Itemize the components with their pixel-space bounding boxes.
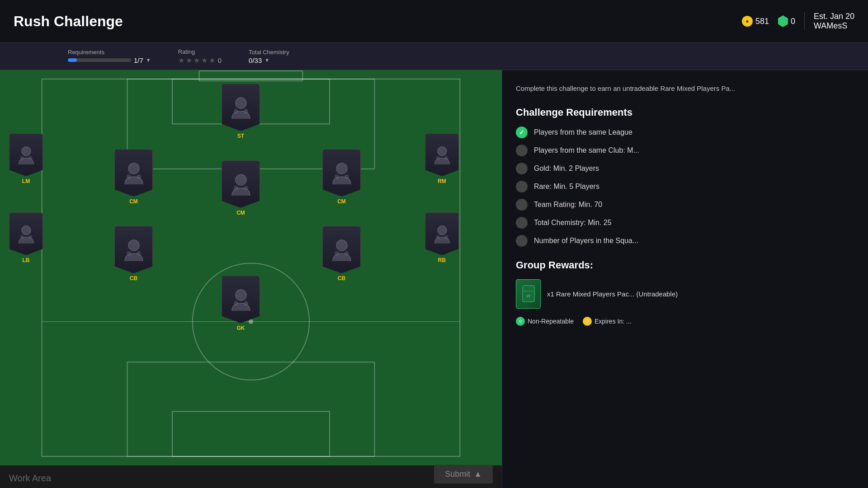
reward-pack-icon: //7 (516, 279, 541, 309)
player-cm1[interactable]: CM (114, 149, 153, 205)
coins-display: ● 581 (742, 16, 769, 27)
player-icon-cm2 (227, 171, 255, 198)
req-text-1: Players from the same League (534, 128, 632, 136)
svg-point-16 (127, 174, 131, 179)
submit-button[interactable]: Submit ▲ (434, 465, 493, 483)
position-label-lm: LM (22, 178, 30, 184)
shield-icon (778, 15, 788, 27)
svg-point-30 (128, 240, 139, 251)
coins-value: 581 (755, 17, 769, 26)
chemistry-dropdown-icon[interactable]: ▼ (264, 57, 269, 63)
svg-rect-6 (172, 412, 330, 456)
position-label-cm3: CM (337, 198, 346, 205)
requirements-dropdown-icon[interactable]: ▼ (146, 57, 151, 63)
player-lm[interactable]: LM (9, 133, 43, 184)
req-item-7: Number of Players in the Squa... (516, 235, 854, 247)
chemistry-count: 0/33 (249, 56, 262, 64)
req-item-5: Team Rating: Min. 70 (516, 199, 854, 211)
rating-section: Rating ★ ★ ★ ★ ★ 0 (178, 48, 222, 65)
expires-badge: ⏱ Expires In: ... (583, 317, 632, 326)
non-repeatable-icon: ⊘ (516, 317, 525, 326)
svg-point-36 (438, 225, 447, 235)
player-icon-cb2 (328, 236, 355, 263)
svg-point-31 (127, 251, 131, 256)
player-icon-lb (15, 223, 38, 245)
svg-point-33 (336, 240, 347, 251)
svg-point-14 (28, 156, 32, 160)
points-value: 0 (791, 17, 795, 26)
chemistry-section: Total Chemistry 0/33 ▼ (249, 49, 289, 64)
req-icon-1 (516, 127, 528, 138)
player-gk[interactable]: GK (222, 276, 260, 331)
req-icon-7 (516, 235, 528, 247)
svg-point-23 (344, 174, 349, 179)
svg-point-34 (335, 251, 339, 256)
expires-icon: ⏱ (583, 317, 592, 326)
player-icon-lm (15, 144, 38, 166)
submit-chevron-icon: ▲ (474, 469, 482, 479)
chemistry-label: Total Chemistry (249, 49, 289, 56)
points-display: 0 (778, 15, 795, 27)
req-text-2: Players from the same Club: M... (534, 146, 639, 155)
reward-item-1: //7 x1 Rare Mixed Players Pac... (Untrad… (516, 279, 854, 309)
svg-point-35 (344, 251, 349, 256)
challenge-requirements-title: Challenge Requirements (516, 107, 854, 118)
svg-point-32 (137, 251, 141, 256)
pitch-container: ST LM (0, 70, 502, 488)
est-date: Est. Jan 20 WAMesS (814, 12, 854, 31)
work-area-label: Work Area (9, 473, 51, 483)
requirements-section: Requirements 1/7 ▼ (68, 49, 151, 64)
non-repeatable-badge: ⊘ Non-Repeatable (516, 317, 574, 326)
position-label-gk: GK (237, 325, 245, 331)
player-icon-gk (227, 286, 255, 313)
coin-icon: ● (742, 16, 753, 27)
svg-point-22 (335, 174, 339, 179)
player-cb2[interactable]: CB (322, 226, 361, 282)
req-icon-3 (516, 163, 528, 174)
svg-point-28 (20, 235, 24, 239)
player-icon-st (227, 94, 255, 121)
req-icon-6 (516, 217, 528, 229)
pitch: ST LM (0, 70, 502, 465)
progress-bar (68, 58, 131, 62)
position-label-cb2: CB (338, 275, 345, 282)
reward-text-1: x1 Rare Mixed Players Pac... (Untradeabl… (547, 289, 678, 299)
submit-label: Submit (445, 469, 470, 479)
player-cm2[interactable]: CM (222, 160, 260, 216)
requirements-label: Requirements (68, 49, 104, 56)
position-label-cm1: CM (129, 198, 138, 205)
req-icon-4 (516, 181, 528, 192)
req-text-7: Number of Players in the Squa... (534, 237, 638, 245)
player-icon-cm1 (120, 160, 147, 187)
svg-point-37 (436, 235, 439, 239)
player-icon-rm (431, 144, 453, 166)
star-5: ★ (209, 56, 215, 65)
player-cm3[interactable]: CM (322, 149, 361, 205)
req-item-3: Gold: Min. 2 Players (516, 163, 854, 174)
player-st[interactable]: ST (222, 84, 260, 139)
player-lb[interactable]: LB (9, 212, 43, 263)
req-icon-5 (516, 199, 528, 211)
requirements-count: 1/7 (134, 56, 143, 64)
svg-point-18 (236, 174, 246, 185)
req-item-2: Players from the same Club: M... (516, 145, 854, 156)
rating-number: 0 (218, 56, 222, 64)
star-4: ★ (201, 56, 208, 65)
player-rb[interactable]: RB (425, 212, 459, 263)
req-icon-2 (516, 145, 528, 156)
svg-point-19 (234, 186, 238, 190)
position-label-lb: LB (23, 257, 30, 263)
player-icon-rb (431, 223, 453, 245)
player-cb1[interactable]: CB (114, 226, 153, 282)
sub-header: Requirements 1/7 ▼ Rating ★ ★ ★ ★ ★ 0 To… (0, 43, 868, 70)
svg-point-10 (234, 109, 238, 113)
player-rm[interactable]: RM (425, 133, 459, 184)
req-text-3: Gold: Min. 2 Players (534, 164, 599, 173)
svg-point-25 (436, 156, 439, 160)
svg-point-40 (234, 301, 238, 305)
req-item-1: Players from the same League (516, 127, 854, 138)
svg-point-17 (137, 174, 141, 179)
star-rating: ★ ★ ★ ★ ★ (178, 56, 215, 65)
star-3: ★ (193, 56, 200, 65)
svg-point-24 (438, 146, 447, 155)
